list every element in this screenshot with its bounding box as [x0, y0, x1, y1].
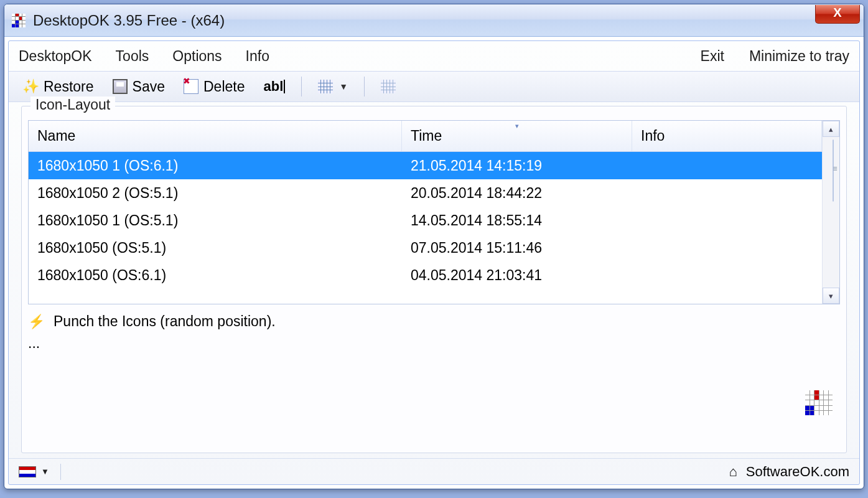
- cell-time: 04.05.2014 21:03:41: [402, 267, 632, 284]
- punch-label: Punch the Icons (random position).: [54, 313, 276, 330]
- cell-time: 07.05.2014 15:11:46: [402, 240, 632, 256]
- ellipsis-link[interactable]: ...: [28, 335, 840, 352]
- toolbar-separator: [364, 77, 365, 96]
- grid-icon: [381, 80, 396, 93]
- table-row[interactable]: 1680x1050 (OS:5.1)07.05.2014 15:11:46: [29, 234, 822, 261]
- menu-tools[interactable]: Tools: [116, 48, 149, 65]
- vertical-scrollbar[interactable]: ▴ ▾: [822, 121, 839, 304]
- cell-name: 1680x1050 (OS:6.1): [29, 267, 402, 284]
- delete-label: Delete: [203, 78, 245, 95]
- softwareok-link[interactable]: SoftwareOK.com: [746, 464, 849, 480]
- scroll-thumb[interactable]: [833, 139, 834, 202]
- save-label: Save: [133, 78, 165, 95]
- grid-icon: [318, 80, 333, 93]
- menu-options[interactable]: Options: [172, 48, 222, 65]
- toolbar-separator: [301, 77, 302, 96]
- table-row[interactable]: 1680x1050 1 (OS:5.1)14.05.2014 18:55:14: [29, 207, 822, 234]
- close-button[interactable]: X: [815, 5, 860, 24]
- menu-minimize-to-tray[interactable]: Minimize to tray: [749, 48, 849, 65]
- scroll-up-button[interactable]: ▴: [823, 121, 839, 137]
- desktopok-logo-icon[interactable]: [805, 390, 833, 415]
- punch-icons-link[interactable]: ⚡ Punch the Icons (random position).: [28, 313, 840, 330]
- cell-time: 20.05.2014 18:44:22: [402, 185, 632, 202]
- app-window: DesktopOK 3.95 Free - (x64) X DesktopOK …: [4, 4, 864, 489]
- listview-header: Name ▾ Time Info: [29, 121, 822, 152]
- cell-name: 1680x1050 1 (OS:5.1): [29, 212, 402, 229]
- table-row[interactable]: 1680x1050 1 (OS:6.1)21.05.2014 14:15:19: [29, 152, 822, 179]
- layout-button[interactable]: [375, 77, 402, 96]
- menu-info[interactable]: Info: [246, 48, 269, 65]
- table-row[interactable]: 1680x1050 (OS:6.1)04.05.2014 21:03:41: [29, 261, 822, 289]
- view-dropdown[interactable]: ▼: [312, 77, 354, 96]
- chevron-down-icon: ▼: [41, 467, 49, 476]
- cell-time: 21.05.2014 14:15:19: [402, 157, 632, 174]
- cell-name: 1680x1050 (OS:5.1): [29, 240, 402, 256]
- chevron-down-icon: ▼: [339, 82, 348, 92]
- app-icon: [12, 14, 26, 27]
- scroll-down-button[interactable]: ▾: [823, 288, 839, 304]
- menu-desktopok[interactable]: DesktopOK: [19, 48, 92, 65]
- delete-button[interactable]: Delete: [177, 76, 251, 98]
- cell-name: 1680x1050 2 (OS:5.1): [29, 185, 402, 202]
- flag-icon: [19, 466, 36, 477]
- menubar: DesktopOK Tools Options Info Exit Minimi…: [9, 41, 859, 71]
- status-separator: [60, 464, 61, 480]
- restore-label: Restore: [44, 78, 94, 95]
- column-header-name[interactable]: Name: [29, 121, 402, 151]
- toolbar: ✨ Restore Save Delete abl: [9, 71, 859, 102]
- icon-layout-group: Icon-Layout Name ▾ Time Info 1680x1050 1…: [21, 106, 847, 453]
- cell-name: 1680x1050 1 (OS:6.1): [29, 157, 402, 174]
- titlebar[interactable]: DesktopOK 3.95 Free - (x64) X: [4, 4, 864, 37]
- cell-time: 14.05.2014 18:55:14: [402, 212, 632, 229]
- layouts-listview[interactable]: Name ▾ Time Info 1680x1050 1 (OS:6.1)21.…: [28, 120, 840, 304]
- restore-button[interactable]: ✨ Restore: [16, 76, 100, 98]
- client-area: DesktopOK Tools Options Info Exit Minimi…: [8, 40, 860, 485]
- home-icon: ⌂: [729, 464, 737, 480]
- column-header-info[interactable]: Info: [632, 121, 822, 151]
- lightning-icon: ⚡: [28, 314, 45, 330]
- menu-exit[interactable]: Exit: [701, 48, 724, 65]
- window-title: DesktopOK 3.95 Free - (x64): [33, 12, 225, 29]
- rename-icon: abl: [263, 78, 285, 95]
- floppy-icon: [113, 79, 128, 94]
- wand-icon: ✨: [22, 78, 39, 95]
- rename-button[interactable]: abl: [257, 76, 291, 97]
- save-button[interactable]: Save: [106, 76, 171, 98]
- statusbar: ▼ ⌂ SoftwareOK.com: [9, 458, 859, 484]
- group-label: Icon-Layout: [30, 96, 115, 113]
- table-row[interactable]: 1680x1050 2 (OS:5.1)20.05.2014 18:44:22: [29, 179, 822, 207]
- sort-indicator-icon: ▾: [515, 122, 519, 130]
- delete-icon: [184, 79, 198, 94]
- column-header-time[interactable]: ▾ Time: [402, 121, 632, 151]
